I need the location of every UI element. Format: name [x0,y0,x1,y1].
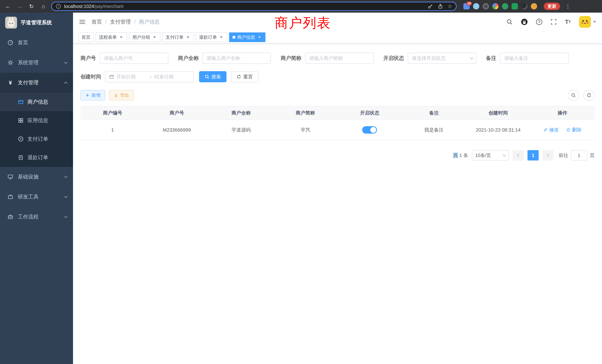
app-title: 芋道管理系统 [21,19,52,26]
reset-button[interactable]: 重置 [231,71,258,82]
col-merchant-no: 商户号 [145,106,209,119]
tag-user-group[interactable]: 用户分组 × [129,32,161,42]
sidebar-item-label: 支付订单 [27,136,48,142]
tag-home[interactable]: 首页 [78,32,94,42]
reset-button-label: 重置 [243,74,253,80]
short-name-label: 商户简称 [281,55,301,62]
date-range-picker[interactable]: - [105,71,194,82]
sidebar-item-merchant-info[interactable]: 商户信息 [0,93,73,111]
url-host: localhost:1024 [64,4,94,9]
app-logo-row[interactable]: 芋道管理系统 [0,13,73,33]
help-icon[interactable]: ? [536,19,542,25]
github-icon[interactable] [521,18,528,25]
next-page-button[interactable] [542,150,553,161]
update-button[interactable]: 更新 [544,3,560,10]
table-row: 1 M233666999 芋道源码 芋艿 我是备注 2021-10-23 08:… [80,119,595,140]
close-icon[interactable]: × [119,35,124,40]
export-button-label: 导出 [120,92,129,98]
extension-icon-colorful[interactable] [492,3,499,10]
hamburger-icon[interactable] [79,19,86,25]
short-name-input[interactable] [305,53,374,64]
extension-icon-pinwheel[interactable] [521,3,527,10]
edit-icon [543,128,548,132]
target-icon [18,136,24,142]
tag-process-form[interactable]: 流程表单 × [96,32,127,42]
sidebar-item-payment[interactable]: ¥ 支付管理 [0,73,73,93]
extension-icon-drop[interactable] [473,3,479,10]
font-size-icon[interactable]: TT [565,19,571,25]
export-button[interactable]: 导出 [109,90,134,100]
extension-icon-blue[interactable]: 10 [463,3,470,10]
merchant-no-label: 商户号 [80,55,96,62]
home-icon[interactable]: ⌂ [39,3,47,10]
search-icon[interactable] [506,19,513,25]
sidebar-item-home[interactable]: 首页 [0,33,73,53]
card-icon [18,99,24,105]
sidebar-item-system[interactable]: 系统管理 [0,53,73,73]
tag-label: 退款订单 [199,34,217,40]
page-number-1[interactable]: 1 [527,150,539,161]
sidebar-item-pay-orders[interactable]: 支付订单 [0,130,73,148]
refresh-icon [236,74,241,79]
bookmark-star-icon[interactable]: ☆ [448,3,452,10]
address-bar[interactable]: localhost:1024/pay/merchant ☆ [51,2,457,11]
refresh-table-button[interactable] [583,90,595,101]
cell-full-name: 芋道源码 [209,119,273,140]
sidebar-item-label: 工作流程 [18,213,39,220]
sidebar: 芋道管理系统 首页 系统管理 [0,13,73,364]
status-select-placeholder: 请选择开启状态 [412,55,446,62]
tag-refund-orders[interactable]: 退款订单 × [196,32,227,42]
password-key-icon[interactable] [428,3,433,9]
extension-icon-dark[interactable] [483,3,489,10]
share-icon[interactable] [438,3,443,9]
full-name-input[interactable] [202,53,271,64]
status-select[interactable]: 请选择开启状态 [408,53,476,64]
add-button[interactable]: 新增 [80,90,105,100]
merchant-no-input[interactable] [100,53,168,64]
edit-link[interactable]: 修改 [543,127,559,133]
remark-input[interactable] [500,53,569,64]
toggle-search-button[interactable] [568,90,579,101]
close-icon[interactable]: × [219,35,224,40]
close-icon[interactable]: × [257,35,262,40]
chevron-down-icon [470,56,473,60]
col-short-name: 商户简称 [273,106,337,119]
browser-menu-icon[interactable]: ⋮ [565,3,570,10]
fullscreen-icon[interactable] [550,19,557,25]
status-toggle[interactable] [362,126,377,134]
search-button[interactable]: 搜索 [199,71,226,82]
extension-icon-green-circle[interactable] [502,3,508,10]
status-label: 开启状态 [383,55,404,62]
forward-icon[interactable]: → [16,3,24,10]
back-icon[interactable]: ← [4,3,12,10]
url-text: localhost:1024/pay/merchant [64,4,123,9]
delete-link[interactable]: 删除 [566,127,582,133]
extension-icon-green-square[interactable] [512,3,518,10]
caret-down-icon [593,21,596,23]
close-icon[interactable]: × [152,35,157,40]
chevron-down-icon [64,194,68,198]
breadcrumb-home[interactable]: 首页 [92,18,102,25]
refresh-icon[interactable]: ↻ [27,3,36,10]
plus-icon [85,93,90,97]
site-info-icon[interactable] [56,3,61,9]
sidebar-item-infrastructure[interactable]: 基础设施 [0,167,73,187]
sidebar-item-app-info[interactable]: 应用信息 [0,111,73,130]
sidebar-item-dev-tools[interactable]: 研发工具 [0,187,73,207]
grid-icon [18,118,24,123]
user-menu[interactable] [579,16,596,28]
sidebar-item-workflow[interactable]: 工作流程 [0,207,73,227]
date-start-input[interactable] [116,74,147,80]
tag-merchant-info[interactable]: 商户信息 × [229,32,265,42]
profile-avatar-icon[interactable] [531,3,537,10]
breadcrumb-payment[interactable]: 支付管理 [110,18,131,25]
col-merchant-index: 商户编号 [80,106,145,119]
date-end-input[interactable] [154,74,185,80]
close-icon[interactable]: × [185,35,191,40]
prev-page-button[interactable] [513,150,524,161]
col-full-name: 商户全称 [209,106,273,119]
page-size-select[interactable]: 10条/页 [472,150,509,161]
goto-page-input[interactable] [571,150,587,161]
tag-pay-orders[interactable]: 支付订单 × [162,32,194,42]
sidebar-item-refund-orders[interactable]: 退款订单 [0,148,73,167]
